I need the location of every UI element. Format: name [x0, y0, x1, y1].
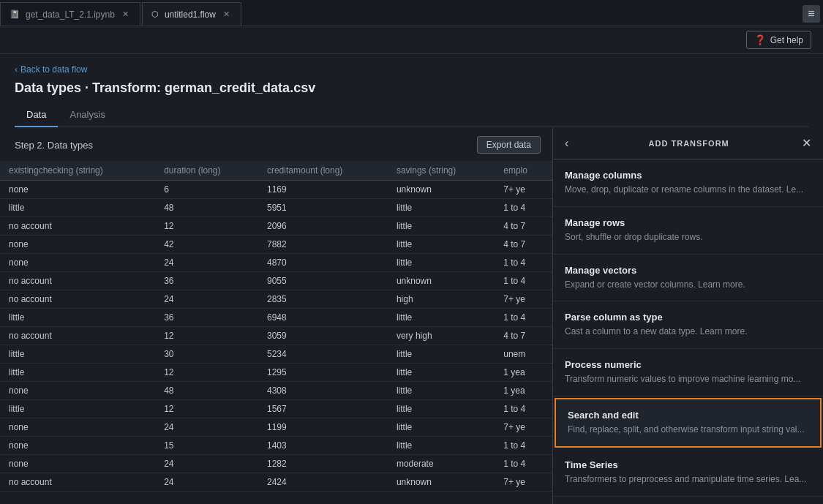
transform-item-manage-rows[interactable]: Manage rowsSort, shuffle or drop duplica…	[553, 207, 823, 255]
transform-item-validate-string[interactable]: Validate stringValidate the format of st…	[553, 497, 823, 504]
col-creditamount: creditamount (long)	[258, 161, 388, 181]
transform-desc-manage-vectors: Expand or create vector columns. Learn m…	[565, 279, 811, 291]
back-arrow-icon: ‹	[15, 64, 18, 75]
transform-list: Manage columnsMove, drop, duplicate or r…	[553, 159, 823, 504]
transform-title-manage-rows: Manage rows	[565, 217, 811, 228]
table-section: Step 2. Data types Export data existingc…	[0, 127, 552, 504]
page-title: Data types · Transform: german_credit_da…	[15, 80, 808, 96]
transform-title-manage-vectors: Manage vectors	[565, 265, 811, 276]
table-row: no account123059very high4 to 7	[0, 327, 552, 345]
panel-header: ‹ ADD TRANSFORM ✕	[553, 127, 823, 159]
col-emplo: emplo	[495, 161, 552, 181]
table-row: no account242424unknown7+ ye	[0, 473, 552, 492]
transform-desc-manage-columns: Move, drop, duplicate or rename columns …	[565, 184, 811, 196]
transform-desc-process-numeric: Transform numeric values to improve mach…	[565, 373, 811, 385]
tab-flow-label: untitled1.flow	[165, 10, 216, 20]
transform-item-search-and-edit[interactable]: Search and editFind, replace, split, and…	[555, 398, 822, 448]
table-row: little121295little1 yea	[0, 364, 552, 382]
table-row: none241282moderate1 to 4	[0, 455, 552, 473]
table-header-columns: existingchecking (string) duration (long…	[0, 161, 552, 181]
main-body: Step 2. Data types Export data existingc…	[0, 127, 823, 504]
transform-title-parse-column: Parse column as type	[565, 312, 811, 323]
transform-item-time-series[interactable]: Time SeriesTransformers to preprocess an…	[553, 449, 823, 497]
transform-desc-manage-rows: Sort, shuffle or drop duplicate rows.	[565, 231, 811, 244]
col-existingchecking: existingchecking (string)	[0, 161, 155, 181]
table-header-row: Step 2. Data types Export data	[0, 136, 552, 161]
table-row: no account122096little4 to 7	[0, 217, 552, 236]
corner-menu-button[interactable]: ≡	[803, 5, 820, 23]
data-table: existingchecking (string) duration (long…	[0, 161, 552, 492]
flow-icon: ⬡	[151, 10, 159, 19]
top-toolbar: ❓ Get help	[0, 26, 823, 54]
transform-desc-search-and-edit: Find, replace, split, and otherwise tran…	[568, 424, 808, 436]
panel-close-button[interactable]: ✕	[802, 136, 811, 150]
back-to-flow-link[interactable]: ‹ Back to data flow	[15, 64, 808, 75]
table-row: none244870little1 to 4	[0, 254, 552, 272]
sub-tabs: Data Analysis	[15, 105, 808, 127]
help-icon: ❓	[754, 34, 766, 45]
table-row: no account242835high7+ ye	[0, 290, 552, 309]
table-row: no account369055unknown1 to 4	[0, 272, 552, 290]
col-duration: duration (long)	[155, 161, 258, 181]
table-row: little121567little1 to 4	[0, 400, 552, 418]
transform-desc-time-series: Transformers to preprocess and manipulat…	[565, 473, 811, 486]
col-savings: savings (string)	[388, 161, 495, 181]
step-label: Step 2. Data types	[15, 140, 93, 151]
transform-item-manage-columns[interactable]: Manage columnsMove, drop, duplicate or r…	[553, 159, 823, 207]
tab-data[interactable]: Data	[15, 105, 58, 127]
transform-title-process-numeric: Process numeric	[565, 359, 811, 370]
table-row: none61169unknown7+ ye	[0, 181, 552, 199]
tab-notebook[interactable]: 📓 get_data_LT_2.1.ipynb ✕	[0, 2, 140, 26]
get-help-button[interactable]: ❓ Get help	[746, 31, 811, 49]
right-panel: ‹ ADD TRANSFORM ✕ Manage columnsMove, dr…	[552, 127, 823, 504]
table-row: little305234littleunem	[0, 345, 552, 364]
transform-item-manage-vectors[interactable]: Manage vectorsExpand or create vector co…	[553, 255, 823, 302]
panel-title: ADD TRANSFORM	[576, 139, 802, 148]
tab-flow[interactable]: ⬡ untitled1.flow ✕	[142, 2, 241, 26]
content-area: ‹ Back to data flow Data types · Transfo…	[0, 54, 823, 504]
tab-notebook-label: get_data_LT_2.1.ipynb	[26, 10, 115, 20]
table-row: none427882little4 to 7	[0, 236, 552, 254]
transform-item-process-numeric[interactable]: Process numericTransform numeric values …	[553, 349, 823, 396]
table-row: none241199little7+ ye	[0, 418, 552, 437]
transform-title-search-and-edit: Search and edit	[568, 410, 808, 421]
panel-back-button[interactable]: ‹	[565, 137, 568, 150]
table-row: little366948little1 to 4	[0, 309, 552, 327]
transform-title-manage-columns: Manage columns	[565, 170, 811, 181]
tab-flow-close[interactable]: ✕	[222, 10, 232, 20]
header-section: ‹ Back to data flow Data types · Transfo…	[0, 54, 823, 127]
table-row: little485951little1 to 4	[0, 199, 552, 217]
tab-analysis[interactable]: Analysis	[58, 105, 116, 127]
table-row: none151403little1 to 4	[0, 437, 552, 455]
transform-item-parse-column[interactable]: Parse column as typeCast a column to a n…	[553, 301, 823, 349]
table-row: none484308little1 yea	[0, 382, 552, 400]
transform-desc-parse-column: Cast a column to a new data type. Learn …	[565, 326, 811, 338]
tab-notebook-close[interactable]: ✕	[121, 10, 131, 20]
tab-bar: 📓 get_data_LT_2.1.ipynb ✕ ⬡ untitled1.fl…	[0, 0, 823, 26]
notebook-icon: 📓	[10, 10, 20, 19]
export-data-button[interactable]: Export data	[477, 136, 541, 154]
transform-title-time-series: Time Series	[565, 459, 811, 470]
